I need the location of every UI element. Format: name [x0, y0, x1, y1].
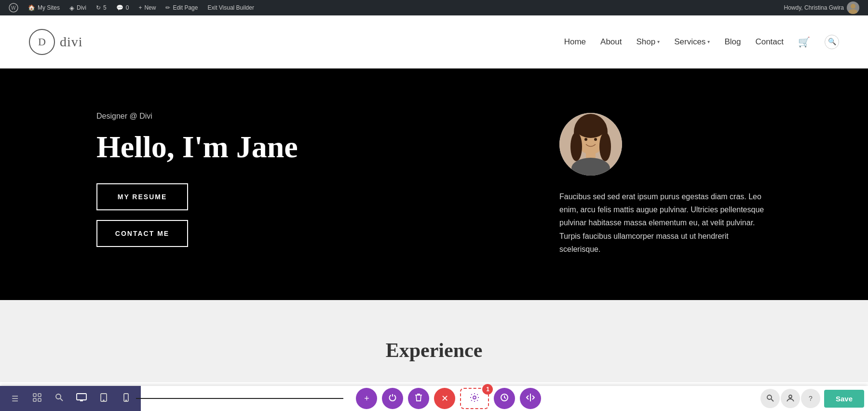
exit-builder-item[interactable]: Exit Visual Builder [203, 0, 259, 15]
help-right-button[interactable]: ? [801, 389, 820, 408]
experience-title: Experience [386, 339, 483, 362]
updates-item[interactable]: ↻ 5 [91, 0, 111, 15]
menu-tool-button[interactable]: ☰ [4, 386, 26, 411]
account-right-button[interactable] [781, 389, 800, 408]
exit-builder-label: Exit Visual Builder [207, 4, 254, 11]
tablet-tool-button[interactable] [93, 386, 115, 411]
hero-title: Hello, I'm Jane [96, 130, 530, 164]
wp-logo-item[interactable]: W [4, 0, 23, 15]
svg-point-13 [594, 138, 597, 141]
svg-point-26 [125, 400, 126, 401]
comments-icon: 💬 [116, 4, 123, 11]
nav-home[interactable]: Home [564, 37, 586, 47]
main-nav: Home About Shop ▾ Services ▾ Blog Contac… [564, 35, 839, 49]
nav-shop[interactable]: Shop ▾ [636, 37, 660, 47]
hero-avatar [559, 113, 622, 176]
logo-circle: D [29, 29, 55, 55]
nav-services[interactable]: Services ▾ [674, 37, 710, 47]
mobile-tool-button[interactable] [115, 386, 137, 411]
search-tool-button[interactable] [48, 386, 70, 411]
updates-icon: ↻ [96, 4, 101, 11]
divi-icon: ◈ [69, 4, 74, 12]
search-button[interactable]: 🔍 [825, 35, 839, 49]
resume-button[interactable]: MY RESUME [96, 183, 188, 210]
settings-badge: 1 [482, 384, 493, 395]
settings-icon [470, 393, 479, 405]
nav-blog[interactable]: Blog [724, 37, 741, 47]
close-button[interactable]: ✕ [434, 388, 455, 409]
plus-icon: + [364, 394, 369, 404]
svg-point-8 [599, 132, 611, 161]
tablet-icon [100, 393, 107, 404]
svg-point-24 [103, 400, 104, 401]
power-icon [388, 393, 397, 404]
comments-item[interactable]: 💬 0 [111, 0, 134, 15]
search-icon: 🔍 [828, 38, 836, 46]
history-icon [500, 393, 509, 405]
desktop-icon [76, 393, 87, 404]
svg-point-7 [570, 132, 582, 161]
svg-point-3 [849, 9, 857, 14]
avatar[interactable] [847, 1, 859, 14]
svg-point-9 [575, 117, 606, 138]
svg-rect-20 [77, 394, 86, 400]
my-sites-label: My Sites [38, 4, 60, 11]
hero-description: Faucibus sed sed erat ipsum purus egesta… [559, 190, 772, 256]
new-item[interactable]: + New [134, 0, 161, 15]
layout-icon [526, 393, 535, 404]
mobile-icon [123, 393, 129, 404]
new-label: New [144, 4, 156, 11]
hero-right: Faucibus sed sed erat ipsum purus egesta… [530, 113, 772, 256]
svg-text:W: W [11, 5, 16, 11]
logo-letter: D [38, 36, 46, 48]
divi-item[interactable]: ◈ Divi [65, 0, 91, 15]
nav-contact[interactable]: Contact [755, 37, 784, 47]
divi-label: Divi [77, 4, 86, 11]
hero-subtitle: Designer @ Divi [96, 112, 530, 121]
svg-line-19 [60, 398, 63, 401]
power-button[interactable] [382, 388, 403, 409]
logo[interactable]: D divi [29, 29, 83, 55]
svg-rect-16 [33, 398, 36, 401]
cart-icon[interactable]: 🛒 [798, 36, 810, 48]
trash-icon [415, 393, 422, 404]
howdy-text: Howdy, Christina Gwira [784, 4, 844, 11]
builder-center: + ✕ [141, 388, 757, 409]
delete-button[interactable] [408, 388, 429, 409]
grid-icon [32, 393, 42, 404]
my-sites-icon: 🏠 [28, 4, 35, 11]
site-header: D divi Home About Shop ▾ Services ▾ Blog… [0, 15, 868, 68]
avatar-image [847, 1, 859, 14]
builder-left-tools: ☰ [0, 386, 141, 411]
svg-rect-17 [38, 398, 41, 401]
settings-dashed-button[interactable]: 1 [460, 388, 489, 409]
contact-button[interactable]: CONTACT ME [96, 220, 188, 247]
svg-point-30 [767, 395, 772, 399]
svg-point-27 [473, 396, 476, 399]
avatar-svg [559, 113, 622, 176]
history-button[interactable] [494, 388, 515, 409]
experience-section: Experience [0, 300, 868, 382]
layout-button[interactable] [520, 388, 541, 409]
save-button[interactable]: Save [824, 390, 864, 408]
edit-page-label: Edit Page [173, 4, 198, 11]
menu-icon: ☰ [12, 394, 18, 403]
hero-left: Designer @ Divi Hello, I'm Jane MY RESUM… [96, 112, 530, 257]
svg-point-18 [56, 394, 61, 399]
my-sites-item[interactable]: 🏠 My Sites [23, 0, 65, 15]
updates-count: 5 [103, 4, 107, 11]
grid-tool-button[interactable] [26, 386, 48, 411]
svg-rect-14 [33, 394, 36, 397]
wp-logo-icon: W [9, 3, 18, 13]
edit-page-item[interactable]: ✏ Edit Page [161, 0, 203, 15]
svg-point-32 [789, 395, 792, 398]
search-right-button[interactable] [760, 389, 780, 408]
help-icon: ? [809, 395, 813, 402]
nav-about[interactable]: About [600, 37, 622, 47]
svg-point-12 [584, 138, 587, 141]
add-module-button[interactable]: + [356, 388, 377, 409]
pencil-icon: ✏ [165, 4, 170, 11]
desktop-tool-button[interactable] [70, 386, 93, 411]
close-icon: ✕ [441, 393, 448, 404]
svg-point-2 [851, 4, 855, 9]
